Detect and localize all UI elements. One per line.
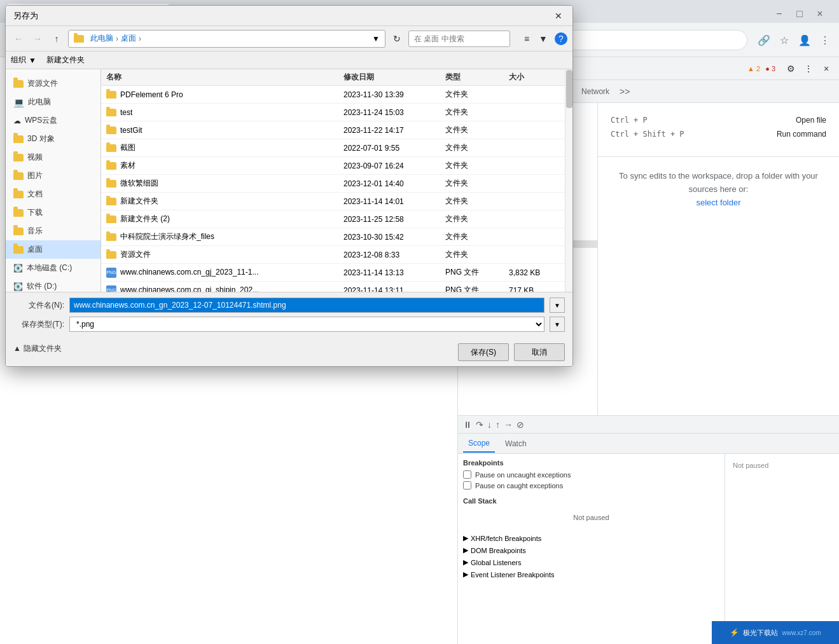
- table-row[interactable]: 资源文件 2023-12-08 8:33 文件夹: [101, 246, 565, 264]
- advert-text: 极光下载站: [743, 628, 778, 638]
- breadcrumb-computer[interactable]: 此电脑: [90, 33, 113, 44]
- call-stack-header: Call Stack: [463, 497, 719, 505]
- share-btn[interactable]: 🔗: [755, 31, 773, 49]
- table-row[interactable]: 微软繁细圆 2023-12-01 14:40 文件夹: [101, 175, 565, 193]
- sidebar-video[interactable]: 视频: [6, 148, 101, 167]
- advert-url: www.xz7.com: [782, 629, 821, 636]
- bottom-sidebar-right: Not paused: [725, 454, 839, 644]
- shortcut-desc-run-command: Run command: [777, 130, 826, 139]
- hide-folder-btn[interactable]: ▲ 隐藏文件夹: [13, 343, 62, 354]
- xhr-breakpoints-row[interactable]: ▶ XHR/fetch Breakpoints: [463, 534, 719, 542]
- help-btn[interactable]: ?: [555, 32, 567, 45]
- table-row[interactable]: testGit 2023-11-22 14:17 文件夹: [101, 121, 565, 139]
- folder-icon: [13, 191, 24, 198]
- table-row[interactable]: PNGwww.chinanews.com.cn_gj_shipin_202...…: [101, 282, 565, 292]
- select-folder-link[interactable]: select folder: [696, 198, 740, 207]
- savetype-select[interactable]: *.png: [69, 317, 544, 332]
- new-folder-label: 新建文件夹: [46, 55, 85, 64]
- new-folder-btn[interactable]: 新建文件夹: [46, 55, 85, 65]
- footer-buttons: 保存(S) 取消: [458, 341, 565, 361]
- step-out-btn[interactable]: ↑: [496, 420, 500, 430]
- table-row[interactable]: test 2023-11-24 15:03 文件夹: [101, 104, 565, 121]
- folder-icon: [13, 172, 24, 180]
- sidebar-wps[interactable]: ☁ WPS云盘: [6, 111, 101, 130]
- tab-scope[interactable]: Scope: [463, 435, 495, 453]
- table-row[interactable]: 新建文件夹 (2) 2023-11-25 12:58 文件夹: [101, 210, 565, 228]
- minimize-btn[interactable]: −: [770, 5, 788, 23]
- view-dropdown-btn[interactable]: ▼: [536, 31, 551, 46]
- sidebar-pictures[interactable]: 图片: [6, 167, 101, 185]
- refresh-btn[interactable]: ↻: [389, 31, 405, 46]
- more-tabs-icon[interactable]: >>: [620, 86, 630, 97]
- step-over-btn[interactable]: ↷: [476, 420, 483, 430]
- table-row[interactable]: 新建文件夹 2023-11-14 14:01 文件夹: [101, 193, 565, 210]
- cancel-button[interactable]: 取消: [514, 343, 565, 361]
- forward-nav-btn[interactable]: →: [30, 31, 45, 46]
- scrollbar-thumb[interactable]: [566, 70, 572, 108]
- view-toggle-btn[interactable]: ≡: [519, 31, 534, 46]
- workspace-area: Ctrl + P Open file Ctrl + Shift + P Run …: [598, 103, 839, 415]
- deactivate-btn[interactable]: ⊘: [517, 420, 524, 430]
- profile-btn[interactable]: 👤: [796, 31, 814, 49]
- bookmark-btn[interactable]: ☆: [775, 31, 793, 49]
- sidebar-downloads[interactable]: 下载: [6, 203, 101, 222]
- sidebar-c-drive[interactable]: 💽 本地磁盘 (C:): [6, 259, 101, 277]
- devtools-settings-btn[interactable]: ⚙: [783, 61, 798, 76]
- col-size[interactable]: 大小: [509, 72, 560, 83]
- col-type[interactable]: 类型: [445, 72, 509, 83]
- sidebar-3d[interactable]: 3D 对象: [6, 130, 101, 148]
- table-row[interactable]: 中科院院士演示绿身术_files 2023-10-30 15:42 文件夹: [101, 228, 565, 246]
- file-icon: [106, 233, 116, 241]
- dialog-close-btn[interactable]: ✕: [552, 10, 565, 22]
- sidebar-documents[interactable]: 文档: [6, 185, 101, 203]
- devtools-more-btn[interactable]: ⋮: [801, 61, 816, 76]
- savetype-dropdown-btn[interactable]: ▼: [550, 317, 565, 332]
- breadcrumb-dropdown-btn[interactable]: ▼: [372, 34, 380, 43]
- filename-dropdown-btn[interactable]: ▼: [550, 298, 565, 313]
- close-btn[interactable]: ×: [811, 5, 829, 23]
- pause-uncaught-checkbox[interactable]: [463, 470, 471, 479]
- save-button[interactable]: 保存(S): [458, 343, 509, 361]
- search-input[interactable]: [408, 31, 510, 47]
- drive-icon: 💽: [13, 282, 23, 291]
- sidebar-d-drive[interactable]: 💽 软件 (D:): [6, 277, 101, 292]
- step-into-btn[interactable]: ↓: [487, 420, 492, 430]
- col-modified[interactable]: 修改日期: [343, 72, 445, 83]
- step-btn[interactable]: →: [504, 420, 513, 430]
- global-arrow-icon: ▶: [463, 558, 468, 566]
- col-name[interactable]: 名称: [106, 72, 343, 83]
- tab-network[interactable]: Network: [581, 82, 609, 101]
- organize-btn[interactable]: 组织 ▼: [11, 55, 36, 65]
- view-options: ≡ ▼: [519, 31, 551, 46]
- scrollbar-track[interactable]: [565, 69, 572, 292]
- pause-caught-checkbox[interactable]: [463, 481, 471, 490]
- sidebar-music[interactable]: 音乐: [6, 222, 101, 240]
- dialog-title: 另存为: [13, 10, 38, 22]
- event-listeners-row[interactable]: ▶ Event Listener Breakpoints: [463, 570, 719, 579]
- sidebar-resources[interactable]: 资源文件: [6, 74, 101, 93]
- pause-btn[interactable]: ⏸: [463, 420, 472, 430]
- savetype-label: 保存类型(T):: [13, 319, 64, 330]
- not-paused-text: Not paused: [463, 509, 719, 526]
- table-row[interactable]: 截图 2022-07-01 9:55 文件夹: [101, 139, 565, 157]
- table-row[interactable]: PNGwww.chinanews.com.cn_gj_2023_11-1... …: [101, 264, 565, 282]
- workspace-text: To sync edits to the workspace, drop a f…: [619, 171, 818, 194]
- pause-uncaught-row: Pause on uncaught exceptions: [463, 470, 719, 479]
- menu-btn[interactable]: ⋮: [816, 31, 834, 49]
- table-row[interactable]: 素材 2023-09-07 16:24 文件夹: [101, 157, 565, 175]
- filename-input[interactable]: [69, 298, 544, 313]
- devtools-close-btn[interactable]: ×: [819, 61, 834, 76]
- back-nav-btn[interactable]: ←: [11, 31, 26, 46]
- sidebar-desktop[interactable]: 桌面: [6, 240, 101, 259]
- table-row[interactable]: PDFelement 6 Pro 2023-11-30 13:39 文件夹: [101, 86, 565, 104]
- tab-watch[interactable]: Watch: [500, 435, 532, 452]
- up-nav-btn[interactable]: ↑: [49, 31, 64, 46]
- sidebar-computer[interactable]: 💻 此电脑: [6, 93, 101, 111]
- global-listeners-row[interactable]: ▶ Global Listeners: [463, 558, 719, 566]
- breadcrumb-desktop[interactable]: 桌面: [121, 33, 136, 44]
- dom-breakpoints-row[interactable]: ▶ DOM Breakpoints: [463, 546, 719, 554]
- maximize-btn[interactable]: □: [791, 5, 808, 23]
- dialog-body: 资源文件 💻 此电脑 ☁ WPS云盘 3D 对象 视频 图片: [6, 69, 572, 292]
- folder-icon: [13, 246, 24, 254]
- breakpoints-header: Breakpoints: [463, 459, 719, 467]
